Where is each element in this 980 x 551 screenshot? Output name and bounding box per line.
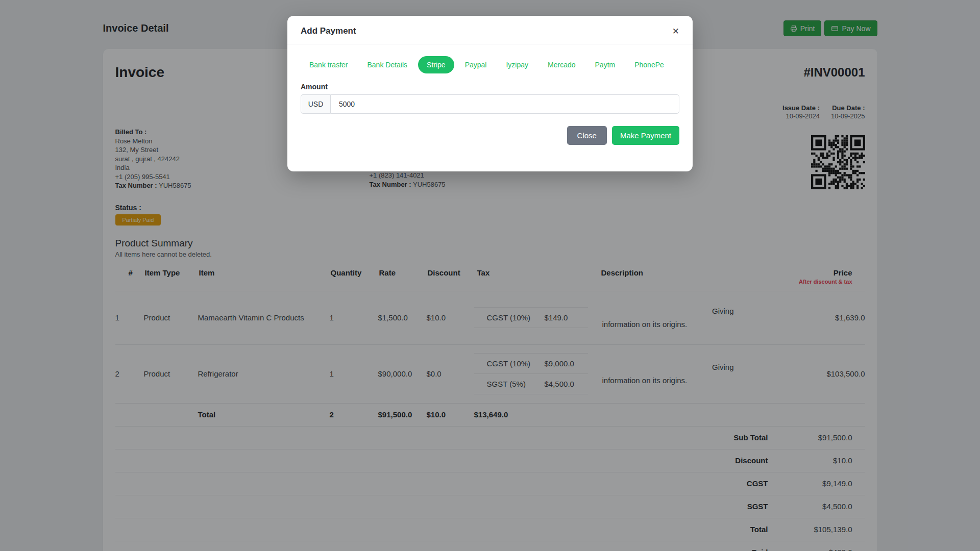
make-payment-button[interactable]: Make Payment — [612, 126, 679, 145]
modal-title: Add Payment — [301, 26, 356, 36]
tab-iyzipay[interactable]: Iyzipay — [497, 56, 537, 73]
modal-body: Bank trasfer Bank Details Stripe Paypal … — [287, 44, 693, 171]
close-button[interactable]: Close — [567, 126, 607, 145]
tab-paytm[interactable]: Paytm — [586, 56, 624, 73]
close-icon[interactable]: ✕ — [672, 27, 679, 36]
tab-bank-transfer[interactable]: Bank trasfer — [301, 56, 356, 73]
tab-stripe[interactable]: Stripe — [418, 56, 454, 73]
tab-paypal[interactable]: Paypal — [456, 56, 496, 73]
add-payment-modal: Add Payment ✕ Bank trasfer Bank Details … — [287, 16, 693, 171]
tab-mercado[interactable]: Mercado — [539, 56, 584, 73]
modal-footer: Close Make Payment — [301, 126, 679, 145]
amount-input[interactable] — [330, 94, 679, 114]
modal-header: Add Payment ✕ — [287, 16, 693, 44]
amount-input-group: USD — [301, 94, 679, 114]
currency-prefix: USD — [301, 94, 330, 114]
tab-bank-details[interactable]: Bank Details — [358, 56, 416, 73]
amount-label: Amount — [301, 83, 679, 91]
payment-method-tabs: Bank trasfer Bank Details Stripe Paypal … — [301, 56, 679, 73]
tab-phonepe[interactable]: PhonePe — [626, 56, 673, 73]
